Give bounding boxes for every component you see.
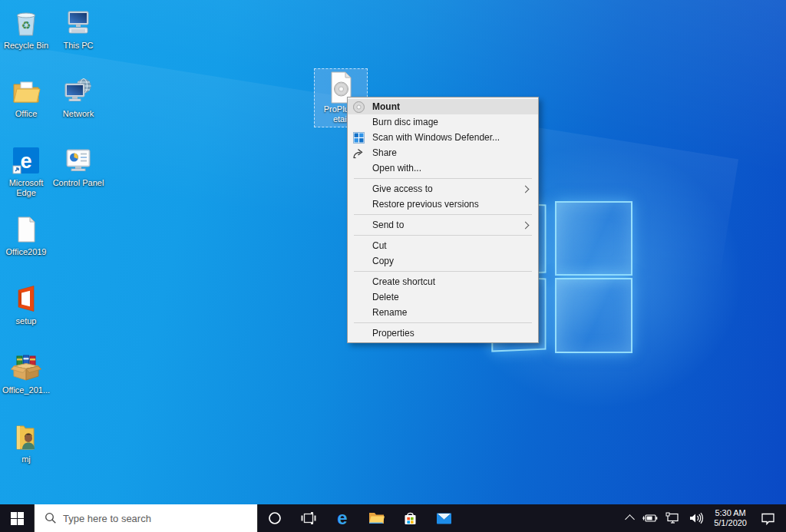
menu-item-delete[interactable]: Delete — [348, 289, 538, 305]
desktop-icon-recycle-bin[interactable]: ♻ Recycle Bin — [0, 6, 52, 51]
submenu-chevron-icon — [522, 186, 530, 193]
menu-item-share[interactable]: Share — [348, 145, 538, 160]
folder-icon — [0, 74, 52, 107]
menu-item-label: Share — [372, 147, 397, 158]
taskbar-store-button[interactable] — [393, 504, 427, 532]
office-setup-icon — [0, 282, 52, 314]
desktop-icon-this-pc[interactable]: This PC — [52, 6, 104, 51]
menu-item-rename[interactable]: Rename — [348, 305, 538, 320]
disc-icon — [352, 101, 365, 113]
desktop-icon-label: Control Panel — [52, 178, 104, 188]
taskbar-mail-button[interactable] — [427, 504, 461, 532]
this-pc-icon — [52, 6, 104, 38]
file-explorer-icon — [368, 511, 385, 525]
desktop-icon-setup[interactable]: setup — [0, 282, 52, 326]
menu-item-cut[interactable]: Cut — [348, 238, 538, 253]
menu-item-burn-disc-image[interactable]: Burn disc image — [348, 114, 538, 130]
desktop-icon-office-folder[interactable]: Office — [0, 74, 52, 119]
action-center-button[interactable] — [753, 504, 786, 532]
menu-item-label: Mount — [372, 101, 400, 112]
windows-logo-pane — [555, 201, 632, 276]
edge-icon: e — [337, 511, 347, 526]
cortana-icon — [268, 511, 282, 525]
menu-item-label: Cut — [372, 240, 387, 251]
menu-separator — [354, 178, 532, 179]
mail-icon — [436, 512, 452, 525]
taskbar-file-explorer-button[interactable] — [359, 504, 393, 532]
menu-item-label: Scan with Windows Defender... — [372, 132, 500, 143]
chevron-up-icon — [625, 514, 635, 524]
menu-item-copy[interactable]: Copy — [348, 253, 538, 269]
menu-item-label: Burn disc image — [372, 117, 438, 127]
document-icon — [0, 213, 52, 245]
menu-separator — [354, 235, 532, 236]
svg-text:♻: ♻ — [21, 19, 31, 31]
search-icon — [45, 512, 57, 524]
desktop-icon-office2019[interactable]: Office2019 — [0, 213, 52, 257]
svg-text:e: e — [20, 150, 31, 173]
desktop-icon-microsoft-edge[interactable]: e Microsoft Edge — [0, 144, 52, 198]
desktop-icon-control-panel[interactable]: Control Panel — [52, 144, 104, 188]
system-tray: 5:30 AM 5/1/2020 — [623, 504, 786, 532]
menu-item-label: Delete — [372, 292, 399, 302]
desktop-icon-label: Office2019 — [0, 247, 52, 257]
desktop-icon-mj[interactable]: mj — [0, 420, 52, 464]
windows-logo-pane — [555, 278, 632, 353]
menu-item-label: Restore previous versions — [372, 199, 479, 210]
clock-date: 5/1/2020 — [714, 518, 747, 528]
submenu-chevron-icon — [522, 222, 530, 230]
microsoft-store-icon — [403, 511, 418, 526]
desktop-icon-label: mj — [0, 454, 52, 464]
control-panel-icon — [52, 144, 104, 176]
menu-separator — [354, 214, 532, 215]
recycle-bin-icon: ♻ — [0, 6, 52, 38]
clock-time: 5:30 AM — [714, 508, 747, 518]
network-icon — [52, 74, 104, 107]
desktop-icon-label: Network — [52, 109, 104, 119]
menu-item-label: Properties — [372, 328, 414, 339]
taskbar-task-view-button[interactable] — [292, 504, 325, 532]
menu-item-label: Open with... — [372, 163, 421, 173]
menu-item-create-shortcut[interactable]: Create shortcut — [348, 274, 538, 289]
menu-item-send-to[interactable]: Send to — [348, 217, 538, 233]
windows-start-icon — [11, 512, 24, 525]
desktop-icon-label: Microsoft Edge — [0, 178, 52, 198]
taskbar-cortana-button[interactable] — [258, 504, 292, 532]
open-box-icon — [0, 351, 52, 383]
show-hidden-icons-button[interactable] — [623, 504, 637, 532]
menu-item-label: Copy — [372, 256, 394, 266]
desktop-icon-label: Office_201... — [0, 385, 52, 395]
desktop-icon-label: This PC — [52, 41, 104, 51]
desktop-wallpaper: ♻ Recycle Bin This PC — [0, 0, 786, 504]
search-placeholder-text: Type here to search — [63, 513, 151, 524]
menu-item-label: Send to — [372, 220, 404, 230]
desktop-icon-network[interactable]: Network — [52, 74, 104, 119]
menu-item-give-access-to[interactable]: Give access to — [348, 181, 538, 197]
defender-icon — [352, 131, 365, 144]
search-input[interactable]: Type here to search — [34, 504, 258, 532]
action-center-icon — [761, 512, 775, 525]
desktop-icon-label: Recycle Bin — [0, 41, 52, 51]
desktop-icon-office-201[interactable]: Office_201... — [0, 351, 52, 395]
context-menu: Mount Burn disc image Scan with Windows … — [347, 97, 539, 343]
menu-item-mount[interactable]: Mount — [348, 99, 538, 114]
desktop-icon-label: setup — [0, 316, 52, 326]
menu-item-scan-with-windows-defender[interactable]: Scan with Windows Defender... — [348, 130, 538, 145]
taskbar: Type here to search e — [0, 504, 786, 532]
menu-item-label: Rename — [372, 307, 407, 318]
volume-icon[interactable] — [685, 504, 708, 532]
battery-status-icon[interactable] — [637, 504, 662, 532]
menu-separator — [354, 271, 532, 272]
menu-item-label: Give access to — [372, 183, 433, 194]
menu-item-restore-previous-versions[interactable]: Restore previous versions — [348, 197, 538, 212]
task-view-icon — [301, 511, 316, 525]
share-icon — [352, 147, 365, 159]
network-status-icon[interactable] — [662, 504, 685, 532]
taskbar-clock[interactable]: 5:30 AM 5/1/2020 — [708, 508, 753, 528]
taskbar-edge-button[interactable]: e — [325, 504, 359, 532]
user-folder-icon — [0, 420, 52, 452]
menu-item-properties[interactable]: Properties — [348, 325, 538, 341]
menu-item-open-with[interactable]: Open with... — [348, 160, 538, 176]
start-button[interactable] — [0, 504, 34, 532]
desktop-icon-label: Office — [0, 109, 52, 119]
